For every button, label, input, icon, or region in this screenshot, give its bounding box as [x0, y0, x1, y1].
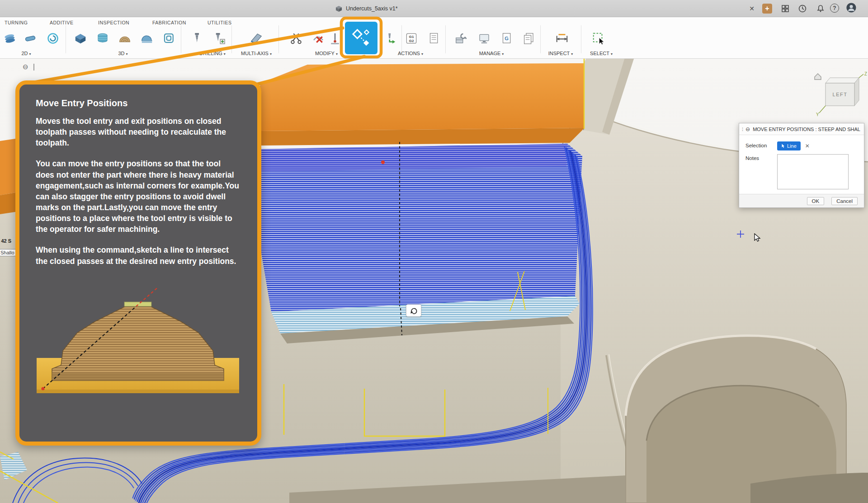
slot-2d-icon[interactable]	[21, 29, 40, 48]
adaptive-2d-icon[interactable]	[43, 29, 62, 48]
face-2d-icon[interactable]	[1, 29, 20, 48]
group-select-dropdown[interactable]: SELECT▾	[580, 51, 623, 56]
chevron-down-icon: ▾	[611, 52, 613, 56]
group-3d-dropdown[interactable]: 3D▾	[101, 51, 145, 56]
help-icon[interactable]: ?	[830, 4, 839, 13]
svg-text:G: G	[505, 36, 509, 41]
titlebar: Undercuts_5axis v1* ✕ + ?	[0, 0, 868, 17]
job-status-clock-icon[interactable]	[797, 4, 807, 14]
machine-library-icon[interactable]	[475, 29, 494, 48]
tab-utilities[interactable]: UTILITIES	[208, 20, 232, 25]
swarf-multiaxis-icon[interactable]	[247, 29, 266, 48]
notes-label: Notes	[745, 154, 777, 161]
extensions-icon[interactable]	[780, 4, 790, 14]
cancel-button[interactable]: Cancel	[831, 197, 858, 205]
adaptive-3d-icon[interactable]	[71, 29, 90, 48]
ribbon-toolbar: TURNING ADDITIVE INSPECTION FABRICATION …	[0, 17, 868, 59]
delete-passes-icon[interactable]	[309, 29, 328, 48]
probe-icon[interactable]	[326, 29, 344, 48]
dialog-body: Selection Line ✕ Notes	[739, 135, 864, 194]
notes-input[interactable]	[777, 154, 849, 189]
contour-3d-icon[interactable]	[115, 29, 134, 48]
drill-icon[interactable]	[187, 29, 206, 48]
link-passes-icon[interactable]	[381, 29, 400, 48]
axis-y-label: Y	[816, 112, 819, 117]
viewcube-top-face[interactable]	[826, 78, 859, 83]
rotate-icon	[409, 306, 418, 315]
separator	[231, 25, 232, 53]
move-entry-positions-icon	[351, 28, 372, 48]
tooltip-paragraph: Moves the tool entry and exit positions …	[36, 116, 241, 148]
group-inspect-dropdown[interactable]: INSPECT▾	[539, 51, 582, 56]
post-process-g1g2-icon[interactable]: G1G2	[402, 29, 421, 48]
morph-3d-icon[interactable]	[160, 29, 179, 48]
cursor-icon	[781, 143, 785, 149]
dialog-drag-grip-icon[interactable]: ⁞	[742, 127, 743, 132]
chevron-down-icon: ▾	[126, 52, 128, 56]
document-cube-icon	[335, 5, 342, 12]
move-entry-positions-dialog: ⁞ ⊖ MOVE ENTRY POSITIONS : STEEP AND SHA…	[739, 123, 864, 208]
notifications-bell-icon[interactable]	[816, 4, 826, 14]
select-tool-icon[interactable]	[589, 29, 608, 48]
group-modify-dropdown[interactable]: MODIFY▾	[305, 51, 348, 56]
document-tab[interactable]: Undercuts_5axis v1*	[329, 0, 404, 17]
tab-fabrication[interactable]: FABRICATION	[152, 20, 186, 25]
measure-icon[interactable]	[552, 29, 571, 48]
pocket-3d-icon[interactable]	[93, 29, 112, 48]
dialog-title: MOVE ENTRY POSITIONS : STEEP AND SHAL	[753, 127, 860, 132]
clipped-toolpath-label: X 42 S	[0, 238, 11, 244]
home-icon[interactable]	[815, 74, 821, 80]
add-tab-icon[interactable]: +	[762, 4, 772, 14]
chevron-down-icon: ▾	[224, 52, 226, 56]
separator	[445, 25, 446, 53]
axis-z-label: Z	[864, 71, 867, 76]
dialog-collapse-icon[interactable]: ⊖	[745, 126, 750, 132]
entry-point-marker	[381, 160, 385, 164]
tooltip-paragraph: When using the command,sketch a line to …	[36, 244, 241, 266]
post-library-icon[interactable]: G	[497, 29, 516, 48]
tab-inspection[interactable]: INSPECTION	[98, 20, 129, 25]
chevron-down-icon: ▾	[502, 52, 504, 56]
move-entry-positions-button[interactable]	[345, 22, 377, 54]
group-2d-dropdown[interactable]: 2D▾	[5, 51, 48, 56]
tooltip-title: Move Entry Positions	[36, 98, 241, 108]
group-actions-dropdown[interactable]: ACTIONS▾	[389, 51, 432, 56]
chevron-down-icon: ▾	[571, 52, 573, 56]
browser-panel-handle[interactable]	[33, 64, 34, 71]
rotate-gesture-hint	[406, 304, 421, 317]
svg-text:G1: G1	[409, 35, 414, 39]
tab-additive[interactable]: ADDITIVE	[50, 20, 73, 25]
clipped-toolpath-tag: Shallo	[0, 249, 18, 256]
trim-scissors-icon[interactable]	[287, 29, 306, 48]
selection-label: Selection	[745, 141, 777, 148]
selection-value: Line	[787, 143, 797, 149]
separator	[181, 25, 181, 53]
tooltip-illustration	[36, 283, 240, 396]
steep-shallow-3d-icon[interactable]	[137, 29, 156, 48]
viewcube-face-label: LEFT	[833, 92, 848, 97]
close-icon[interactable]: ✕	[747, 4, 757, 14]
avatar[interactable]	[846, 3, 856, 13]
group-drilling-dropdown[interactable]: DRILLING▾	[191, 51, 234, 56]
separator	[581, 25, 581, 53]
ok-button[interactable]: OK	[807, 197, 825, 205]
templates-sheets-icon[interactable]	[519, 29, 538, 48]
document-title: Undercuts_5axis v1*	[346, 5, 398, 12]
viewcube[interactable]: LEFT Z Y	[813, 71, 867, 118]
tab-turning[interactable]: TURNING	[5, 20, 28, 25]
group-multiaxis-dropdown[interactable]: MULTI-AXIS▾	[235, 51, 278, 56]
browser-collapse-icon[interactable]: ⊖	[23, 63, 28, 71]
chevron-down-icon: ▾	[29, 52, 31, 56]
machined-part	[52, 306, 224, 381]
drill-pattern-icon[interactable]	[209, 29, 228, 48]
selection-chip-line[interactable]: Line	[777, 141, 801, 150]
group-manage-dropdown[interactable]: MANAGE▾	[470, 51, 513, 56]
chevron-down-icon: ▾	[336, 52, 338, 56]
dialog-titlebar[interactable]: ⁞ ⊖ MOVE ENTRY POSITIONS : STEEP AND SHA…	[739, 123, 864, 135]
clear-selection-icon[interactable]: ✕	[805, 141, 810, 149]
tooltip-panel: Move Entry Positions Moves the tool entr…	[15, 80, 261, 446]
setup-sheet-icon[interactable]	[424, 29, 443, 48]
tool-library-icon[interactable]	[452, 29, 471, 48]
separator	[278, 25, 279, 53]
chevron-down-icon: ▾	[270, 52, 272, 56]
